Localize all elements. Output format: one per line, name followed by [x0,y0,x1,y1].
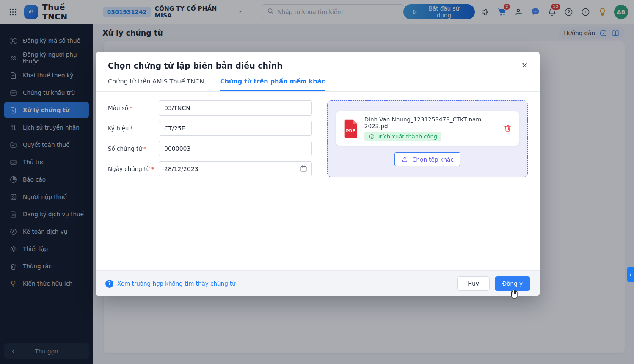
file-dropzone[interactable]: PDF Dinh Van Nhung_1231253478_CTKT nam 2… [327,100,528,177]
modal-footer: ? Xem trường hợp không tìm thấy chứng từ… [96,270,540,296]
modal-title: Chọn chứng từ lập biên bản điều chỉnh [108,61,283,70]
ngay-chung-tu-input[interactable] [159,161,312,176]
tab-amis-thue-tncn[interactable]: Chứng từ trên AMIS Thuế TNCN [108,78,204,91]
mau-so-input[interactable] [159,100,312,116]
choose-other-file-button[interactable]: Chọn tệp khác [394,152,460,166]
required-asterisk: * [130,125,133,132]
calendar-icon[interactable] [300,165,308,173]
field-label-ngay-chung-tu: Ngày chứng từ* [108,165,159,172]
required-asterisk: * [143,145,146,152]
document-form: Mẫu số* Ký hiệu* Số chứng từ* Ngày chứng… [108,100,312,182]
cancel-button[interactable]: Hủy [457,276,490,291]
extract-status-badge: Trích xuất thành công [364,132,441,141]
help-not-found-link[interactable]: ? Xem trường hợp không tìm thấy chứng từ [105,280,236,288]
upload-icon [401,156,408,163]
choose-document-modal: Chọn chứng từ lập biên bản điều chỉnh ✕ … [96,52,540,296]
delete-file-icon[interactable] [503,124,512,134]
file-name: Dinh Van Nhung_1231253478_CTKT nam 2023.… [364,116,497,130]
ok-button[interactable]: Đồng ý [495,276,530,291]
pdf-file-icon: PDF [343,119,358,139]
required-asterisk: * [130,105,132,111]
field-label-mau-so: Mẫu số* [108,105,159,111]
close-icon[interactable]: ✕ [521,62,528,69]
chevron-right-icon: › [630,272,632,278]
side-panel-expander[interactable]: › [627,267,634,282]
so-chung-tu-input[interactable] [159,141,312,156]
check-circle-icon [369,133,375,140]
required-asterisk: * [151,165,154,172]
help-circle-icon: ? [105,280,113,288]
field-label-so-chung-tu: Số chứng từ* [108,145,159,152]
tab-phan-mem-khac[interactable]: Chứng từ trên phần mềm khác [220,78,325,91]
svg-text:PDF: PDF [346,129,356,133]
uploaded-file-card: PDF Dinh Van Nhung_1231253478_CTKT nam 2… [336,111,519,146]
field-label-ky-hieu: Ký hiệu* [108,125,159,132]
ky-hieu-input[interactable] [159,121,312,136]
modal-tabs: Chứng từ trên AMIS Thuế TNCN Chứng từ tr… [96,71,540,92]
